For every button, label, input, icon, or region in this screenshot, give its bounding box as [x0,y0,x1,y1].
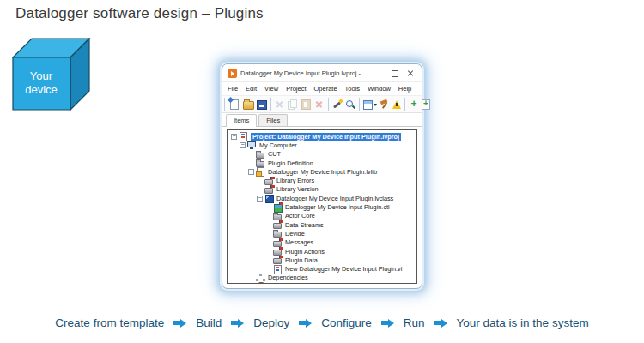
folderflag-icon [273,247,283,256]
tree-item[interactable]: −Datalogger My Device Input Plugin.lvlib [229,167,416,176]
tree-item-label: Messages [285,238,313,246]
tree-item-label: Plugin Definition [268,159,313,167]
cut-icon[interactable] [275,99,285,110]
collapse-icon[interactable]: − [248,169,254,175]
toolbar-group [270,98,328,111]
tree-item-label: Datalogger My Device Input Plugin.ctl [285,203,390,211]
tree-item[interactable]: Dependencies [229,274,416,282]
build-hammer-icon[interactable] [380,99,390,110]
open-windows-dropdown-icon[interactable] [363,99,377,110]
menu-project[interactable]: Project [286,85,306,93]
tree-item-label: Datalogger My Device Input Plugin.lvlib [268,168,377,176]
ctl-icon [273,203,283,212]
tab-bar: ItemsFiles [222,113,422,127]
folder-icon [273,212,283,220]
tree-item-label: Data Streams [285,221,324,229]
toolbar-group [328,98,359,111]
title-bar: Datalogger My Device Input Plugin.lvproj… [222,64,422,82]
add-file-icon[interactable] [422,99,430,110]
tree-item-label: Plugin Data [285,256,318,264]
tree-item[interactable]: Plugin Actions [229,247,416,256]
folder-icon [256,150,265,159]
workflow: Create from templateBuildDeployConfigure… [0,316,644,329]
menu-help[interactable]: Help [398,85,411,93]
tree-item[interactable]: Devide [229,229,416,238]
tree-item[interactable]: Messages [229,238,416,247]
your-device-cube: Your device [12,38,91,111]
collapse-icon[interactable]: − [257,196,263,202]
labview-app-icon [228,69,237,78]
tree-item-label: Build Specifications [268,283,322,284]
menu-file[interactable]: File [228,85,238,93]
collapse-icon[interactable]: − [231,134,237,140]
arrow-right-icon [381,319,394,328]
menu-edit[interactable]: Edit [246,85,257,93]
project-tree: −Project: Datalogger My Device Input Plu… [227,129,417,284]
tree-item-label: Actor Core [285,212,315,220]
toolbar [222,96,422,113]
tree-item[interactable]: −Project: Datalogger My Device Input Plu… [229,132,416,141]
workflow-step-4: Configure [321,316,372,329]
arrow-right-icon [299,319,312,328]
vi-icon [273,265,283,274]
tree-item[interactable]: Library Errors [229,176,416,184]
workflow-step-1: Create from template [55,316,164,329]
tree-item-label: Dependencies [268,274,308,281]
tree-item[interactable]: Library Version [229,185,416,194]
slide-title: Datalogger software design – Plugins [15,5,264,22]
tree-item-label: My Computer [259,141,297,149]
delete-icon[interactable] [314,99,325,110]
open-project-icon[interactable] [243,101,254,110]
folderflag-icon [273,256,283,264]
save-all-icon[interactable] [257,100,267,110]
folder-icon [256,159,265,167]
tab-items[interactable]: Items [226,114,257,127]
menu-window[interactable]: Window [368,85,391,93]
minimize-button[interactable] [374,68,386,79]
tree-item[interactable]: Plugin Definition [229,159,416,167]
folderflag-icon [273,238,283,247]
new-file-icon[interactable] [230,99,239,110]
tree-item-label: Project: Datalogger My Device Input Plug… [251,133,401,141]
resolve-conflicts-icon[interactable] [332,99,343,110]
menu-tools[interactable]: Tools [345,85,361,93]
tree-item[interactable]: +Build Specifications [229,282,416,284]
computer-icon [247,141,257,149]
tab-files[interactable]: Files [258,114,288,126]
build-icon [256,282,265,284]
tree-item-label: Devide [285,230,305,238]
workflow-step-6: Your data is in the system [457,316,589,329]
tree-item-label: Plugin Actions [285,248,325,256]
warning-triangle-icon[interactable] [392,100,401,109]
menu-operate[interactable]: Operate [314,85,337,93]
arrow-right-icon [231,319,244,328]
paste-icon[interactable] [301,99,311,110]
copy-icon[interactable] [288,99,298,110]
tree-item-label: CUT [268,150,281,158]
tree-item[interactable]: Datalogger My Device Input Plugin.ctl [229,202,416,211]
tree-item[interactable]: Actor Core [229,212,416,220]
toolbar-group [359,98,404,111]
add-item-icon[interactable] [409,99,419,110]
tree-item[interactable]: CUT [229,150,416,159]
tree-item[interactable]: −Datalogger My Device Input Plugin.lvcla… [229,194,416,202]
workflow-step-3: Deploy [253,316,289,329]
folderflag-icon [273,220,283,229]
folder-icon [273,229,283,238]
tree-item[interactable]: Plugin Data [229,256,416,264]
toolbar-group [404,98,434,111]
dep-icon [256,274,265,282]
find-items-icon[interactable] [345,99,355,110]
tree-item[interactable]: −My Computer [229,141,416,149]
tree-item-label: Library Version [276,185,319,193]
window-title: Datalogger My Device Input Plugin.lvproj… [240,69,370,77]
collapse-icon[interactable]: − [240,142,246,148]
close-button[interactable] [404,68,416,79]
tree-item[interactable]: New Datalogger My Device Input Plugin.vi [229,264,416,273]
folderflag-icon [264,185,274,194]
maximize-button[interactable] [389,68,401,79]
project-icon [239,132,248,141]
tree-item-label: New Datalogger My Device Input Plugin.vi [285,265,402,273]
tree-item[interactable]: Data Streams [229,220,416,229]
menu-view[interactable]: View [264,85,278,93]
